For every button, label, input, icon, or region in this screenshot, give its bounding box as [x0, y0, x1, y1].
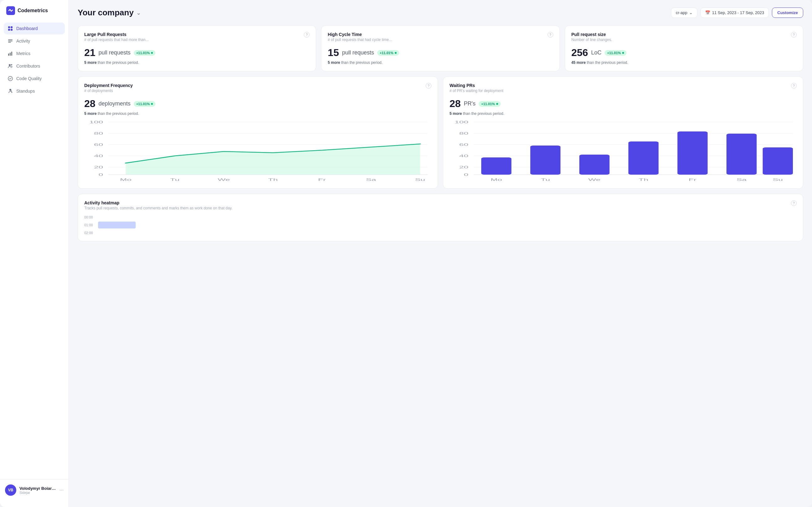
sidebar-footer: VB Volodymyr Boiarinov Sidejar ··· [0, 479, 68, 501]
sidebar-item-code-quality[interactable]: Code Quality [4, 73, 65, 84]
app-selector-label: cr-app [676, 10, 687, 15]
metric-value: 15 [328, 47, 339, 59]
waiting-prs-chart: 100 80 60 40 20 0 [450, 120, 797, 182]
card-subtitle: Number of line changes. [571, 38, 612, 42]
heatmap-row-0000: 00:00 [84, 215, 797, 219]
chart-cards-row: Deployment Frequency # of deployments ? … [78, 76, 803, 189]
svg-rect-10 [11, 52, 12, 56]
svg-point-12 [11, 64, 12, 65]
metric-badge: +11.01% [134, 101, 156, 107]
waiting-prs-card: Waiting PRs # of PR's waiting for deploy… [443, 76, 803, 189]
app-selector-chevron-icon: ⌄ [689, 10, 693, 15]
svg-text:Sa: Sa [737, 178, 747, 181]
svg-rect-49 [628, 142, 659, 175]
sidebar-item-standups[interactable]: Standups [4, 85, 65, 97]
metric-unit: PR's [464, 101, 475, 107]
deployment-frequency-chart: 100 80 60 40 20 0 [84, 120, 432, 182]
metric-row: 28 deployments +11.01% [84, 98, 432, 110]
metric-detail: 5 more than the previous period. [450, 111, 797, 116]
svg-text:60: 60 [459, 143, 468, 147]
svg-text:Tu: Tu [170, 178, 180, 181]
metric-badge: +11.01% [134, 50, 156, 56]
sidebar-item-label: Dashboard [16, 26, 38, 31]
svg-rect-7 [8, 42, 11, 43]
svg-rect-2 [11, 26, 12, 28]
sidebar-item-label: Activity [16, 39, 30, 44]
sidebar-item-label: Standups [16, 89, 35, 94]
badge-dot [622, 52, 624, 54]
svg-rect-3 [8, 29, 10, 31]
contributors-icon [7, 63, 13, 69]
activity-icon [7, 38, 13, 44]
metric-row: 256 LoC +11.01% [571, 47, 797, 59]
svg-rect-46 [481, 157, 511, 175]
date-range-picker[interactable]: 📅 11 Sep, 2023 - 17 Sep, 2023 [701, 7, 769, 18]
metric-detail: 45 more than the previous period. [571, 60, 797, 65]
svg-rect-50 [677, 131, 707, 175]
sidebar-item-activity[interactable]: Activity [4, 35, 65, 47]
svg-text:40: 40 [94, 154, 103, 158]
metric-unit: LoC [591, 49, 602, 56]
metric-value: 28 [84, 98, 96, 110]
card-subtitle: # of deployments [84, 89, 133, 93]
svg-rect-47 [530, 146, 560, 175]
card-subtitle: # of pull requests that had more than... [84, 38, 149, 42]
heatmap-row-0200: 02:00 [84, 231, 797, 235]
sidebar-item-metrics[interactable]: Metrics [4, 48, 65, 59]
metric-value: 256 [571, 47, 588, 59]
svg-text:Su: Su [415, 178, 425, 181]
info-icon[interactable]: ? [426, 83, 432, 89]
header-controls: cr-app ⌄ 📅 11 Sep, 2023 - 17 Sep, 2023 C… [671, 7, 803, 18]
metric-row: 15 pull requests +11.01% [328, 47, 553, 59]
metric-unit: deployments [99, 101, 131, 107]
top-metrics-row: Large Pull Requests # of pull requests t… [78, 25, 803, 71]
heatmap-time-label: 00:00 [84, 215, 96, 219]
sidebar-item-dashboard[interactable]: Dashboard [4, 22, 65, 35]
deployment-frequency-card: Deployment Frequency # of deployments ? … [78, 76, 438, 189]
user-name: Volodymyr Boiarinov [19, 486, 56, 491]
svg-text:40: 40 [459, 154, 468, 158]
svg-text:We: We [588, 178, 601, 181]
svg-rect-9 [10, 53, 11, 56]
metric-unit: pull requests [342, 49, 374, 56]
chevron-down-icon[interactable]: ⌄ [136, 9, 141, 16]
sidebar-item-contributors[interactable]: Contributors [4, 60, 65, 72]
user-role: Sidejar [19, 491, 56, 495]
main-content: Your company ⌄ cr-app ⌄ 📅 11 Sep, 2023 -… [69, 0, 812, 507]
card-title: Large Pull Requests [84, 32, 149, 37]
sidebar: Codemetrics Dashboard Act [0, 0, 69, 507]
svg-text:80: 80 [459, 131, 468, 135]
info-icon[interactable]: ? [791, 83, 797, 89]
sidebar-nav: Dashboard Activity Metrics [0, 22, 68, 479]
svg-text:0: 0 [464, 173, 468, 176]
heatmap-title: Activity heatmap [84, 200, 233, 205]
standups-icon [7, 88, 13, 94]
avatar: VB [5, 485, 16, 496]
app-selector[interactable]: cr-app ⌄ [671, 7, 697, 18]
heatmap-subtitle: Tracks pull requests, commits, and comme… [84, 206, 233, 210]
svg-text:Mo: Mo [120, 178, 132, 181]
user-info: Volodymyr Boiarinov Sidejar [19, 486, 56, 495]
svg-text:We: We [218, 178, 230, 181]
info-icon[interactable]: ? [791, 32, 797, 38]
svg-text:20: 20 [459, 165, 468, 169]
customize-button[interactable]: Customize [772, 7, 803, 18]
info-icon[interactable]: ? [304, 32, 309, 38]
svg-rect-8 [8, 54, 9, 56]
svg-point-14 [9, 89, 11, 91]
activity-heatmap-card: Activity heatmap Tracks pull requests, c… [78, 194, 803, 241]
svg-rect-5 [8, 40, 12, 40]
more-button[interactable]: ··· [59, 487, 64, 493]
svg-point-11 [9, 64, 11, 66]
info-icon[interactable]: ? [548, 32, 553, 38]
info-icon[interactable]: ? [791, 200, 797, 206]
svg-text:100: 100 [89, 120, 103, 124]
metric-detail: 5 more than the previous period. [328, 60, 553, 65]
card-title: Deployment Frequency [84, 83, 133, 88]
card-subtitle: # of PR's waiting for deployment [450, 89, 503, 93]
badge-dot [395, 52, 397, 54]
page-title-area: Your company ⌄ [78, 8, 141, 17]
metrics-icon [7, 51, 13, 56]
svg-text:0: 0 [98, 173, 103, 176]
card-title: High Cycle Time [328, 32, 392, 37]
